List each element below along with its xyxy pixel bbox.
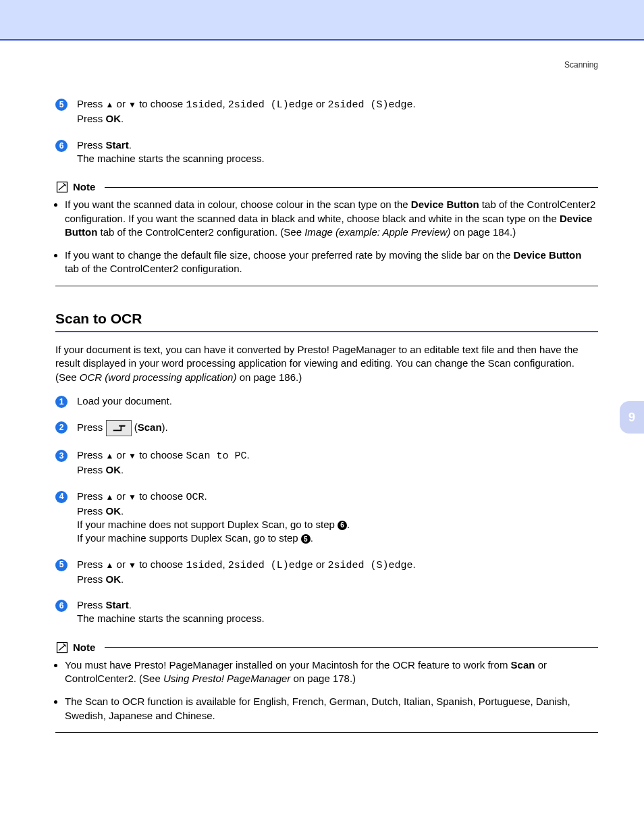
note-close-rule bbox=[55, 732, 598, 733]
note-label: Note bbox=[73, 180, 95, 194]
note-item: If you want to change the default file s… bbox=[65, 249, 598, 276]
note-rule bbox=[105, 187, 598, 188]
term: Device Button bbox=[514, 249, 582, 261]
text: ( bbox=[132, 421, 138, 433]
text: on page 178.) bbox=[290, 673, 356, 684]
section-intro: If your document is text, you can have i… bbox=[55, 343, 598, 384]
text: If your machine does not support Duplex … bbox=[77, 519, 338, 530]
text: tab of the ControlCenter2 configuration.… bbox=[97, 226, 304, 238]
note-label: Note bbox=[73, 641, 95, 654]
page: 9 Scanning 5 Press ▲ or ▼ to choose 1sid… bbox=[0, 0, 644, 733]
text: or bbox=[313, 558, 328, 570]
text: Press bbox=[77, 421, 106, 433]
text: . bbox=[246, 449, 249, 461]
step-body: Press Start. The machine starts the scan… bbox=[77, 138, 598, 166]
key-ok: OK bbox=[106, 464, 122, 475]
step-marker: 6 bbox=[55, 600, 68, 612]
text: . bbox=[311, 532, 313, 544]
text: or bbox=[113, 490, 128, 502]
text: Press bbox=[77, 139, 106, 151]
note-icon bbox=[55, 180, 69, 194]
text: ). bbox=[162, 421, 168, 433]
text: . bbox=[121, 573, 124, 585]
note-icon bbox=[55, 641, 69, 654]
step-6-upper: 6 Press Start. The machine starts the sc… bbox=[55, 138, 598, 166]
step-ref-icon: 5 bbox=[301, 534, 311, 544]
text: on page 184.) bbox=[450, 226, 516, 238]
text: or bbox=[313, 98, 328, 109]
note-list: If you want the scanned data in colour, … bbox=[55, 198, 598, 276]
text: . bbox=[129, 599, 132, 610]
down-arrow-icon: ▼ bbox=[128, 492, 136, 502]
step-6-lower: 6 Press Start. The machine starts the sc… bbox=[55, 598, 598, 626]
key-start: Start bbox=[106, 139, 129, 151]
option: OCR bbox=[186, 492, 204, 503]
text: . bbox=[121, 464, 124, 475]
text: Press bbox=[77, 98, 106, 109]
text: If you want to change the default file s… bbox=[65, 249, 514, 261]
text: . bbox=[204, 490, 207, 502]
xref[interactable]: Image (example: Apple Preview) bbox=[304, 226, 450, 238]
text: Press bbox=[77, 464, 106, 475]
step-4: 4 Press ▲ or ▼ to choose OCR. Press OK. … bbox=[55, 490, 598, 546]
text: Press bbox=[77, 113, 106, 124]
note-item: If you want the scanned data in colour, … bbox=[65, 198, 598, 239]
text: to choose bbox=[136, 558, 186, 570]
text: Press bbox=[77, 558, 106, 570]
text: or bbox=[113, 98, 128, 109]
step-marker: 6 bbox=[55, 140, 68, 152]
note-item: You must have Presto! PageManager instal… bbox=[65, 658, 598, 686]
option: 2sided (S)edge bbox=[327, 99, 412, 111]
text: , bbox=[222, 558, 227, 570]
text: Press bbox=[77, 573, 106, 585]
text: . bbox=[129, 139, 132, 151]
text: . bbox=[412, 98, 415, 109]
text: If you want the scanned data in colour, … bbox=[65, 199, 411, 210]
text: tab of the ControlCenter2 configuration. bbox=[65, 263, 242, 274]
text: Press bbox=[77, 599, 106, 610]
step-marker: 5 bbox=[55, 559, 68, 571]
step-marker: 1 bbox=[55, 396, 68, 408]
step-body: Press ▲ or ▼ to choose 1sided, 2sided (L… bbox=[77, 558, 598, 587]
option: 1sided bbox=[186, 99, 222, 111]
step-marker: 4 bbox=[55, 491, 68, 503]
text: to choose bbox=[136, 98, 186, 109]
text: on page 186.) bbox=[236, 371, 302, 383]
option: Scan to PC bbox=[186, 450, 246, 462]
key-scan: Scan bbox=[138, 421, 162, 433]
text: Press bbox=[77, 505, 106, 517]
down-arrow-icon: ▼ bbox=[128, 100, 136, 109]
section-rule bbox=[55, 331, 598, 332]
up-arrow-icon: ▲ bbox=[106, 561, 114, 570]
content-area: Scanning 5 Press ▲ or ▼ to choose 1sided… bbox=[0, 41, 644, 733]
svg-marker-1 bbox=[124, 425, 126, 427]
step-body: Load your document. bbox=[77, 394, 598, 408]
chapter-number: 9 bbox=[628, 409, 635, 425]
step-body: Press ▲ or ▼ to choose Scan to PC. Press… bbox=[77, 448, 598, 477]
note-rule bbox=[105, 647, 598, 648]
section-title: Scan to OCR bbox=[55, 309, 598, 328]
text: The machine starts the scanning process. bbox=[77, 613, 265, 624]
text: You must have Presto! PageManager instal… bbox=[65, 659, 511, 671]
text: . bbox=[121, 505, 124, 517]
text: , bbox=[222, 98, 227, 109]
xref[interactable]: OCR (word processing application) bbox=[80, 371, 237, 383]
text: . bbox=[412, 558, 415, 570]
text: or bbox=[113, 558, 128, 570]
key-ok: OK bbox=[106, 505, 122, 517]
text: Press bbox=[77, 490, 106, 502]
text: or bbox=[113, 449, 128, 461]
running-head: Scanning bbox=[55, 59, 598, 70]
note-close-rule bbox=[55, 286, 598, 286]
up-arrow-icon: ▲ bbox=[106, 451, 114, 461]
step-2: 2 Press (Scan). bbox=[55, 420, 598, 436]
scan-button-icon bbox=[106, 420, 132, 436]
option: 1sided bbox=[186, 560, 222, 571]
text: . bbox=[121, 113, 124, 124]
xref[interactable]: Using Presto! PageManager bbox=[163, 673, 290, 684]
step-body: Press ▲ or ▼ to choose OCR. Press OK. If… bbox=[77, 490, 598, 546]
note-list-2: You must have Presto! PageManager instal… bbox=[55, 658, 598, 723]
down-arrow-icon: ▼ bbox=[128, 561, 136, 570]
step-body: Press (Scan). bbox=[77, 420, 598, 436]
text: to choose bbox=[136, 449, 186, 461]
